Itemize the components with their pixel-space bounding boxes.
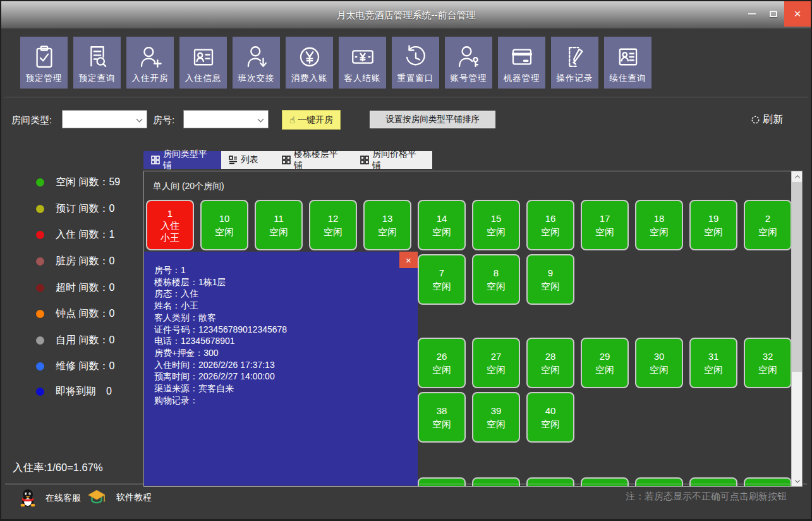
toolbar-button-2[interactable]: 预定查询 bbox=[73, 37, 121, 89]
toolbar-button-9[interactable]: 账号管理 bbox=[445, 37, 492, 89]
minimize-button[interactable] bbox=[741, 1, 763, 27]
toolbar-button-10[interactable]: 机器管理 bbox=[498, 37, 545, 89]
toolbar-button-4[interactable]: 入住信息 bbox=[179, 37, 227, 89]
room-status: 空闲 bbox=[541, 363, 560, 376]
room-card[interactable] bbox=[744, 477, 792, 487]
close-icon: × bbox=[406, 255, 411, 266]
refresh-label: 刷新 bbox=[763, 113, 783, 126]
room-status: 空闲 bbox=[487, 225, 506, 238]
room-card[interactable]: 11空闲 bbox=[255, 200, 303, 250]
chevron-down-icon bbox=[136, 116, 143, 123]
room-number: 18 bbox=[654, 212, 665, 225]
room-card[interactable]: 12空闲 bbox=[309, 200, 357, 250]
room-card[interactable]: 39空闲 bbox=[472, 392, 520, 443]
room-card[interactable] bbox=[689, 477, 737, 487]
refresh-button[interactable]: 刷新 bbox=[751, 113, 783, 126]
room-card[interactable]: 30空闲 bbox=[635, 338, 683, 388]
room-card[interactable]: 2空闲 bbox=[744, 200, 792, 250]
room-section-title: 单人间 (20个房间) bbox=[144, 171, 802, 200]
popup-detail-line: 房态：入住 bbox=[154, 288, 411, 300]
room-status: 空闲 bbox=[432, 363, 451, 376]
toolbar-button-6[interactable]: 消费入账 bbox=[286, 37, 333, 89]
room-card[interactable]: 40空闲 bbox=[526, 392, 574, 443]
room-card[interactable]: 13空闲 bbox=[363, 200, 411, 250]
room-card[interactable]: 18空闲 bbox=[635, 200, 683, 250]
room-card[interactable]: 16空闲 bbox=[526, 200, 574, 250]
toolbar-button-label: 消费入账 bbox=[291, 73, 328, 84]
room-status: 空闲 bbox=[541, 225, 560, 238]
legend-item: 即将到期 0 bbox=[36, 385, 112, 398]
maximize-button[interactable] bbox=[763, 1, 784, 27]
room-number: 38 bbox=[437, 404, 447, 417]
toolbar-button-label: 入住信息 bbox=[185, 73, 222, 84]
room-card[interactable]: 29空闲 bbox=[581, 338, 629, 388]
sort-by-type-button[interactable]: 设置按房间类型平铺排序 bbox=[370, 111, 495, 128]
room-card[interactable]: 19空闲 bbox=[689, 200, 737, 250]
popup-close-button[interactable]: × bbox=[399, 252, 418, 268]
room-status: 空闲 bbox=[378, 225, 397, 238]
room-card[interactable]: 27空闲 bbox=[472, 338, 520, 388]
room-number: 11 bbox=[274, 212, 284, 225]
close-button[interactable]: × bbox=[784, 1, 811, 27]
room-card[interactable]: 32空闲 bbox=[744, 338, 792, 388]
tab-building-floor-tiles[interactable]: 楼栋楼层平铺 bbox=[274, 151, 353, 169]
window-controls: × bbox=[741, 1, 811, 27]
room-card[interactable]: 9空闲 bbox=[526, 254, 574, 305]
room-no-select[interactable] bbox=[183, 110, 269, 128]
toolbar-button-5[interactable]: 班次交接 bbox=[233, 37, 280, 89]
room-card[interactable] bbox=[526, 477, 574, 487]
room-guest: 小王 bbox=[161, 231, 179, 243]
room-card[interactable]: 1入住小王 bbox=[146, 200, 194, 250]
room-number: 39 bbox=[491, 404, 502, 417]
legend-item-label: 预订 间数：0 bbox=[56, 202, 114, 216]
room-number: 31 bbox=[708, 350, 719, 363]
room-status: 空闲 bbox=[595, 225, 614, 238]
scroll-down-button[interactable] bbox=[792, 475, 803, 486]
room-card[interactable]: 15空闲 bbox=[472, 200, 520, 250]
room-number: 7 bbox=[439, 266, 444, 279]
room-status: 空闲 bbox=[432, 417, 451, 431]
software-tutorial-link[interactable]: 软件教程 bbox=[87, 489, 152, 506]
yen-note-icon bbox=[349, 43, 376, 71]
toolbar-button-label: 账号管理 bbox=[451, 73, 487, 84]
legend-item: 空闲 间数：59 bbox=[36, 176, 120, 188]
popup-detail-line: 楼栋楼层：1栋1层 bbox=[154, 276, 411, 288]
room-card[interactable]: 38空闲 bbox=[418, 392, 466, 443]
online-service-link[interactable]: 在线客服 bbox=[20, 489, 81, 508]
scroll-up-button[interactable] bbox=[792, 171, 803, 182]
room-card[interactable] bbox=[418, 477, 466, 487]
room-card[interactable]: 17空闲 bbox=[581, 200, 629, 250]
toolbar-button-3[interactable]: 入住开房 bbox=[126, 37, 174, 89]
room-card[interactable] bbox=[581, 477, 629, 487]
toolbar-button-7[interactable]: 客人结账 bbox=[339, 37, 386, 89]
room-card[interactable]: 28空闲 bbox=[526, 338, 574, 388]
toolbar-button-12[interactable]: 续住查询 bbox=[604, 37, 651, 89]
vertical-scrollbar[interactable] bbox=[791, 171, 802, 486]
toolbar-button-label: 客人结账 bbox=[344, 73, 381, 84]
room-card[interactable]: 26空闲 bbox=[418, 338, 466, 388]
scrollbar-thumb[interactable] bbox=[792, 182, 803, 372]
toolbar-button-1[interactable]: 预定管理 bbox=[20, 37, 68, 89]
status-dot bbox=[36, 362, 44, 371]
room-card[interactable]: 14空闲 bbox=[418, 200, 466, 250]
room-status: 空闲 bbox=[432, 279, 451, 293]
tab-room-type-tiles[interactable]: 房间类型平铺 bbox=[143, 151, 221, 169]
room-status: 空闲 bbox=[650, 363, 669, 376]
quick-open-button[interactable]: ☝ 一键开房 bbox=[282, 110, 341, 130]
room-card[interactable]: 7空闲 bbox=[418, 254, 466, 305]
status-dot bbox=[36, 205, 44, 213]
tab-room-price-tiles[interactable]: 房间价格平铺 bbox=[353, 151, 432, 169]
room-card[interactable]: 8空闲 bbox=[472, 254, 520, 305]
room-type-select[interactable] bbox=[62, 110, 147, 128]
toolbar-button-11[interactable]: 操作记录 bbox=[551, 37, 598, 89]
room-status: 空闲 bbox=[758, 225, 777, 238]
room-card[interactable]: 31空闲 bbox=[689, 338, 737, 388]
legend-item: 维修 间数：0 bbox=[36, 360, 114, 372]
popup-detail-line: 客人类别：散客 bbox=[154, 312, 411, 324]
tab-list[interactable]: 列表 bbox=[221, 151, 274, 169]
toolbar-button-8[interactable]: 重置窗口 bbox=[392, 37, 439, 89]
room-card[interactable] bbox=[472, 477, 520, 487]
room-number: 27 bbox=[491, 350, 502, 363]
room-card[interactable]: 10空闲 bbox=[200, 200, 248, 250]
room-card[interactable] bbox=[635, 477, 683, 487]
